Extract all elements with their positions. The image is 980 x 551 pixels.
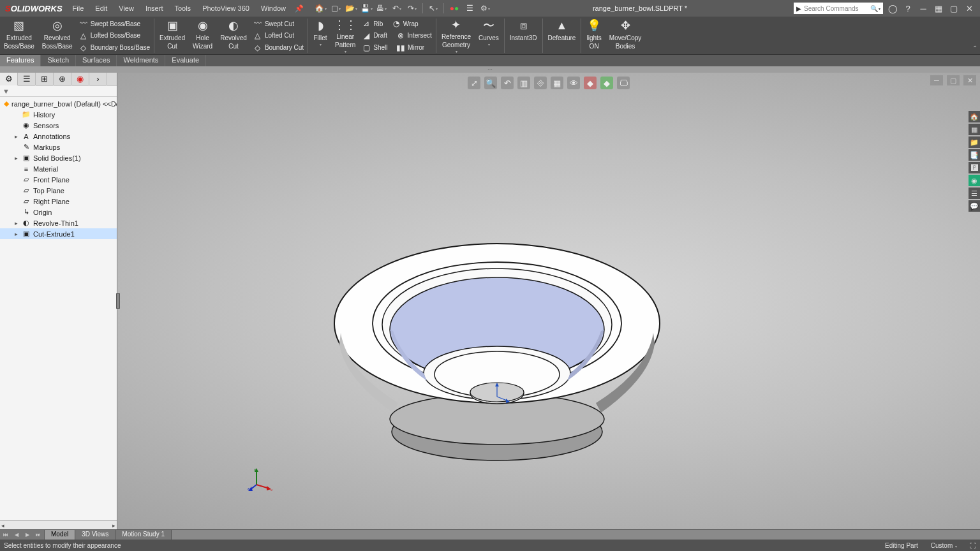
close-icon[interactable]: ✕ xyxy=(963,3,975,14)
tree-item[interactable]: ≡Material xyxy=(0,163,117,174)
expand-icon[interactable]: ▸ xyxy=(13,133,19,140)
search-dropdown-icon[interactable]: ▾ xyxy=(879,6,880,11)
zoom-fit-icon[interactable]: ⤢ xyxy=(468,77,480,89)
boundary-boss-button[interactable]: ◇Boundary Boss/Base xyxy=(79,43,150,53)
tree-item[interactable]: ▸▣Solid Bodies(1) xyxy=(0,152,117,163)
minimize-icon[interactable]: ─ xyxy=(917,3,929,14)
new-icon[interactable]: ▢▾ xyxy=(329,2,342,15)
viewport-maximize-icon[interactable]: ▢ xyxy=(947,75,960,85)
tab-features[interactable]: Features xyxy=(0,55,41,66)
collapse-ribbon-icon[interactable]: ⌃ xyxy=(970,42,980,54)
instant3d-button[interactable]: ⧈Instant3D xyxy=(506,17,541,55)
taskpane-resources-icon[interactable]: ▦ xyxy=(969,124,980,135)
display-style-icon[interactable]: ▦ xyxy=(551,77,563,89)
print-icon[interactable]: 🖶▾ xyxy=(375,2,388,15)
user-icon[interactable]: ◯ xyxy=(887,3,898,14)
menu-edit[interactable]: Edit xyxy=(90,2,112,15)
taskpane-view-palette-icon[interactable]: 🅿 xyxy=(969,162,980,173)
expand-icon[interactable]: ▸ xyxy=(13,220,19,226)
maximize-icon[interactable]: ▢ xyxy=(948,3,960,14)
boundary-cut-button[interactable]: ◇Boundary Cut xyxy=(253,43,304,53)
reference-geometry-button[interactable]: ✦ReferenceGeometry▾ xyxy=(438,17,475,55)
tab-3d-views[interactable]: 3D Views xyxy=(75,530,115,540)
rib-button[interactable]: Rib xyxy=(373,20,383,27)
view-settings-icon[interactable]: 🖵 xyxy=(617,77,630,89)
tree-item[interactable]: ▸◐Revolve-Thin1 xyxy=(0,217,117,228)
move-copy-bodies-button[interactable]: ✥Move/CopyBodies xyxy=(605,17,646,55)
wrap-button[interactable]: Wrap xyxy=(403,20,419,27)
tab-sketch[interactable]: Sketch xyxy=(41,55,76,66)
orientation-triad[interactable]: x y z xyxy=(248,467,273,492)
panel-handle[interactable]: ⋯ xyxy=(0,66,980,73)
lights-on-button[interactable]: 💡lightsON xyxy=(583,17,605,55)
dimxpert-manager-tab[interactable]: ⊕ xyxy=(54,73,71,85)
expand-icon[interactable]: ▸ xyxy=(13,231,19,237)
tree-root[interactable]: ◆range_burner_bowl (Default) <<Default> xyxy=(0,98,117,109)
undo-icon[interactable]: ↶▾ xyxy=(390,2,403,15)
menu-window[interactable]: Window xyxy=(256,2,291,15)
viewport-minimize-icon[interactable]: ─ xyxy=(930,75,943,85)
view-orientation-icon[interactable]: 🞜 xyxy=(534,77,547,89)
tree-filter[interactable]: ▼ xyxy=(0,85,117,97)
tab-evaluate[interactable]: Evaluate xyxy=(165,55,206,66)
tree-item[interactable]: ◉Sensors xyxy=(0,120,117,131)
taskpane-forum-icon[interactable]: 💬 xyxy=(969,200,980,212)
lofted-cut-button[interactable]: △Lofted Cut xyxy=(253,31,304,41)
tree-item[interactable]: ✎Markups xyxy=(0,142,117,152)
window-arrange-icon[interactable]: ▦ xyxy=(933,3,944,14)
menu-tools[interactable]: Tools xyxy=(169,2,196,15)
tab-motion-study[interactable]: Motion Study 1 xyxy=(115,530,172,540)
extruded-boss-button[interactable]: ▧ExtrudedBoss/Base xyxy=(0,17,38,55)
display-manager-tab[interactable]: ◉ xyxy=(71,73,89,85)
property-manager-tab[interactable]: ☰ xyxy=(18,73,36,85)
manager-overflow[interactable]: › xyxy=(89,73,107,85)
shell-button[interactable]: Shell xyxy=(373,44,387,51)
search-input[interactable]: ▶ Search Commands 🔍 ▾ xyxy=(794,3,883,14)
section-view-icon[interactable]: ▥ xyxy=(517,77,530,89)
list-icon[interactable]: ☰ xyxy=(463,2,476,15)
lofted-boss-button[interactable]: △Lofted Boss/Base xyxy=(79,31,150,41)
curves-button[interactable]: 〜Curves▾ xyxy=(475,17,503,55)
traffic-light-icon[interactable]: ●● xyxy=(448,2,461,15)
zoom-area-icon[interactable]: 🔍 xyxy=(484,77,497,89)
tree-item[interactable]: ▱Front Plane xyxy=(0,174,117,185)
intersect-button[interactable]: Intersect xyxy=(408,32,432,39)
edit-appearance-icon[interactable]: ◆ xyxy=(584,77,597,89)
redo-icon[interactable]: ↷▾ xyxy=(406,2,419,15)
tree-item[interactable]: ▱Top Plane xyxy=(0,185,117,196)
mirror-button[interactable]: Mirror xyxy=(408,44,424,51)
menu-view[interactable]: View xyxy=(114,2,139,15)
status-maximize-icon[interactable]: ⛶ xyxy=(970,542,976,549)
menu-photoview[interactable]: PhotoView 360 xyxy=(197,2,255,15)
revolved-cut-button[interactable]: ◐RevolvedCut xyxy=(216,17,251,55)
save-icon[interactable]: 💾▾ xyxy=(360,2,373,15)
linear-pattern-button[interactable]: ⋮⋮LinearPattern▾ xyxy=(331,17,359,55)
menu-insert[interactable]: Insert xyxy=(140,2,168,15)
gear-icon[interactable]: ⚙▾ xyxy=(479,2,491,15)
extruded-cut-button[interactable]: ▣ExtrudedCut xyxy=(156,17,189,55)
hole-wizard-button[interactable]: ◉HoleWizard xyxy=(189,17,216,55)
hide-show-icon[interactable]: 👁 xyxy=(567,77,580,89)
fillet-button[interactable]: ◗Fillet▾ xyxy=(309,17,331,55)
taskpane-properties-icon[interactable]: ☰ xyxy=(969,187,980,199)
pin-icon[interactable]: 📌 xyxy=(291,4,308,13)
apply-scene-icon[interactable]: ◆ xyxy=(600,77,613,89)
taskpane-home-icon[interactable]: 🏠 xyxy=(969,111,980,122)
previous-view-icon[interactable]: ↶ xyxy=(501,77,514,89)
tab-model[interactable]: Model xyxy=(45,530,75,540)
defeature-button[interactable]: ▲Defeature xyxy=(544,17,580,55)
graphics-viewport[interactable]: ⤢ 🔍 ↶ ▥ 🞜 ▦ 👁 ◆ ◆ 🖵 ─ ▢ ✕ xyxy=(117,73,980,529)
expand-icon[interactable]: ▸ xyxy=(13,155,19,161)
taskpane-library-icon[interactable]: 📁 xyxy=(969,136,980,148)
feature-manager-tab[interactable]: ⚙ xyxy=(0,73,18,85)
tree-item[interactable]: ▸▣Cut-Extrude1 xyxy=(0,228,117,239)
tree-horizontal-scrollbar[interactable]: ◂▸ xyxy=(0,520,117,529)
bottom-tab-controls[interactable]: ⏮◀▶⏭ xyxy=(0,530,45,540)
swept-boss-button[interactable]: 〰Swept Boss/Base xyxy=(79,18,150,29)
taskpane-appearances-icon[interactable]: ◉ xyxy=(969,175,980,186)
select-arrow-icon[interactable]: ↖▾ xyxy=(427,2,440,15)
taskpane-explorer-icon[interactable]: 📑 xyxy=(969,149,980,161)
swept-cut-button[interactable]: 〰Swept Cut xyxy=(253,18,304,29)
menu-file[interactable]: File xyxy=(68,2,89,15)
open-icon[interactable]: 📂▾ xyxy=(345,2,357,15)
